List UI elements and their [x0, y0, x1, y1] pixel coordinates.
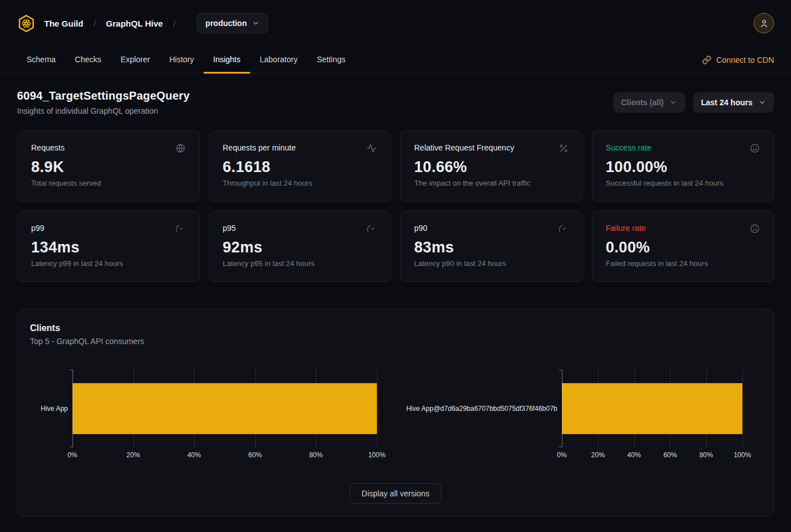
stat-description: Latency p95 in last 24 hours: [223, 259, 377, 268]
client-versions-bar-chart: Hive App@d7d6a29ba6707bbd5075df376f46b07…: [396, 370, 761, 460]
x-axis-ticks: 0% 20% 40% 60% 80% 100%: [562, 451, 742, 460]
stat-description: Latency p90 in last 24 hours: [414, 259, 569, 268]
x-axis-ticks: 0% 20% 40% 60% 80% 100%: [72, 451, 377, 460]
stat-label: Requests per minute: [223, 143, 296, 152]
x-tick: 80%: [699, 451, 713, 459]
tab-schema[interactable]: Schema: [17, 46, 65, 74]
gauge-icon: [558, 224, 569, 234]
gridline: [742, 370, 743, 447]
breadcrumb-separator: /: [173, 19, 175, 28]
user-menu-button[interactable]: [754, 13, 774, 33]
clients-panel-title: Clients: [30, 323, 761, 333]
x-tick: 60%: [248, 451, 262, 459]
stat-card-p99: p99 134ms Latency p99 in last 24 hours: [17, 211, 200, 282]
tab-checks[interactable]: Checks: [65, 46, 111, 74]
insights-page: 6094_TargetSettingsPageQuery Insights of…: [0, 89, 791, 517]
stat-value: 6.1618: [223, 158, 377, 176]
chevron-down-icon: [758, 98, 766, 106]
stat-value: 134ms: [31, 239, 186, 256]
bar-hive-app-version[interactable]: [562, 383, 742, 434]
page-title: 6094_TargetSettingsPageQuery: [17, 89, 190, 102]
clients-filter-select[interactable]: Clients (all): [613, 92, 685, 113]
user-icon: [759, 19, 769, 28]
topbar: The Guild / GraphQL Hive / production Sc…: [0, 0, 791, 74]
tab-settings[interactable]: Settings: [307, 46, 355, 74]
filters: Clients (all) Last 24 hours: [613, 92, 775, 113]
stat-description: Failed requests in last 24 hours: [606, 259, 760, 268]
page-subtitle: Insights of individual GraphQL operation: [17, 106, 190, 115]
client-charts: Hive App 0% 20% 40%: [30, 370, 761, 460]
x-tick: 40%: [627, 451, 641, 459]
stat-description: Total requests served: [31, 179, 186, 187]
globe-icon: [175, 143, 186, 153]
stat-value: 92ms: [223, 239, 377, 256]
chart-category-label: Hive App: [30, 370, 72, 460]
clients-bar-chart: Hive App 0% 20% 40%: [30, 370, 396, 460]
x-tick: 60%: [663, 451, 677, 459]
link-icon: [702, 55, 711, 65]
hive-logo-icon: [17, 14, 36, 33]
x-tick: 20%: [127, 451, 140, 459]
nav-spacer: [355, 46, 703, 73]
smile-icon: [750, 143, 760, 153]
x-tick: 0%: [67, 451, 77, 459]
org-name[interactable]: The Guild: [44, 19, 83, 28]
x-tick: 100%: [368, 451, 386, 459]
chart-plot-area: [562, 370, 742, 447]
bar-hive-app[interactable]: [72, 383, 377, 434]
breadcrumb-separator: /: [93, 19, 96, 28]
page-title-block: 6094_TargetSettingsPageQuery Insights of…: [17, 89, 190, 115]
stat-value: 10.66%: [414, 158, 569, 176]
target-selector-label: production: [205, 19, 247, 28]
connect-to-cdn-label: Connect to CDN: [716, 55, 774, 65]
clients-filter-label: Clients (all): [621, 98, 664, 107]
tab-insights[interactable]: Insights: [204, 46, 250, 74]
gauge-icon: [367, 224, 377, 234]
clients-panel-subtitle: Top 5 - GraphQL API consumers: [30, 337, 761, 346]
connect-to-cdn-link[interactable]: Connect to CDN: [702, 46, 774, 73]
stat-label: Success rate: [606, 143, 652, 152]
x-tick: 0%: [557, 451, 566, 459]
stat-card-p90: p90 83ms Latency p90 in last 24 hours: [400, 211, 583, 282]
breadcrumb: The Guild / GraphQL Hive / production: [0, 0, 791, 46]
main-nav: Schema Checks Explorer History Insights …: [0, 46, 791, 74]
period-filter-label: Last 24 hours: [701, 98, 753, 107]
stat-label: Failure rate: [606, 224, 646, 233]
period-filter-select[interactable]: Last 24 hours: [693, 92, 774, 113]
clients-panel-footer: Display all versions: [30, 483, 761, 504]
stat-description: The impact on the overall API traffic: [414, 179, 569, 187]
frown-icon: [750, 224, 760, 234]
stat-label: Requests: [31, 143, 65, 152]
page-head: 6094_TargetSettingsPageQuery Insights of…: [17, 89, 774, 115]
stat-description: Latency p99 in last 24 hours: [31, 259, 186, 268]
stat-card-success-rate: Success rate 100.00% Successful requests…: [592, 130, 775, 201]
stat-card-requests: Requests 8.9K Total requests served: [17, 130, 200, 201]
stat-value: 8.9K: [31, 158, 186, 176]
tab-explorer[interactable]: Explorer: [111, 46, 160, 74]
tab-laboratory[interactable]: Laboratory: [250, 46, 307, 74]
stat-label: Relative Request Frequency: [414, 143, 514, 152]
stat-label: p90: [414, 224, 427, 233]
gauge-icon: [175, 224, 186, 234]
stats-grid: Requests 8.9K Total requests served Requ…: [17, 130, 774, 282]
stat-card-relative-frequency: Relative Request Frequency 10.66% The im…: [400, 130, 583, 201]
chart-plot-area: [72, 370, 377, 447]
activity-icon: [367, 143, 377, 153]
stat-card-requests-per-minute: Requests per minute 6.1618 Throughput in…: [209, 130, 392, 201]
target-selector[interactable]: production: [197, 13, 268, 33]
percent-icon: [558, 143, 569, 153]
stat-value: 83ms: [414, 239, 569, 256]
chart-plot: 0% 20% 40% 60% 80% 100%: [72, 370, 377, 460]
chevron-down-icon: [252, 19, 260, 27]
stat-description: Successful requests in last 24 hours: [606, 179, 760, 187]
chevron-down-icon: [669, 98, 677, 106]
project-name[interactable]: GraphQL Hive: [106, 19, 163, 28]
stat-card-failure-rate: Failure rate 0.00% Failed requests in la…: [592, 211, 775, 282]
stat-value: 100.00%: [606, 158, 760, 176]
x-tick: 80%: [309, 451, 323, 459]
display-all-versions-button[interactable]: Display all versions: [350, 483, 441, 504]
stat-label: p99: [31, 224, 44, 233]
x-tick: 40%: [187, 451, 201, 459]
tab-history[interactable]: History: [160, 46, 204, 74]
chart-plot: 0% 20% 40% 60% 80% 100%: [562, 370, 742, 460]
